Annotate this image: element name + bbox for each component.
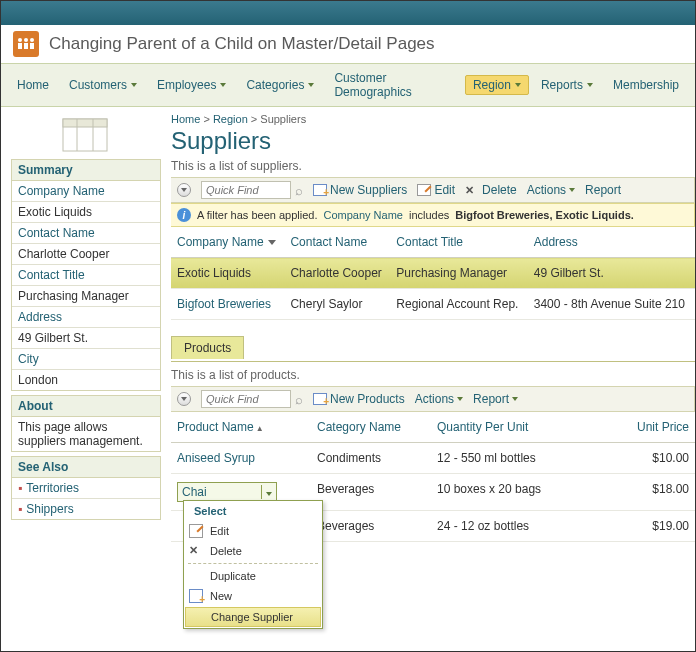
report-label: Report (585, 183, 621, 197)
summary-label[interactable]: Address (12, 307, 160, 328)
svg-point-3 (18, 38, 22, 42)
edit-label: Edit (434, 183, 455, 197)
delete-icon (465, 183, 479, 197)
filter-values: Bigfoot Breweries, Exotic Liquids. (455, 209, 633, 221)
new-products-label: New Products (330, 392, 405, 406)
svg-rect-1 (24, 43, 28, 49)
actions-dropdown[interactable]: Actions (527, 183, 575, 197)
search-icon[interactable] (295, 183, 303, 198)
view-dropdown-icon[interactable] (177, 392, 191, 406)
report-label: Report (473, 392, 509, 406)
cell-qty: 24 - 12 oz bottles (431, 511, 615, 542)
summary-value: Exotic Liquids (12, 202, 160, 223)
new-icon (313, 184, 327, 196)
summary-box: Summary Company Name Exotic Liquids Cont… (11, 159, 161, 391)
col-title[interactable]: Contact Title (390, 227, 527, 258)
quickfind-wrap (201, 390, 303, 408)
col-company[interactable]: Company Name (171, 227, 284, 258)
sidebar: Summary Company Name Exotic Liquids Cont… (1, 107, 161, 558)
cell-contact: Cheryl Saylor (284, 289, 390, 320)
view-dropdown-icon[interactable] (177, 183, 191, 197)
breadcrumb-region[interactable]: Region (213, 113, 248, 125)
filter-includes: includes (409, 209, 449, 221)
ctx-change-supplier[interactable]: Change Supplier (185, 607, 321, 627)
menu-categories[interactable]: Categories (238, 75, 322, 95)
table-row[interactable]: Bigfoot Breweries Cheryl Saylor Regional… (171, 289, 695, 320)
breadcrumb-home[interactable]: Home (171, 113, 200, 125)
page-heading: Suppliers (171, 127, 695, 155)
products-report-dropdown[interactable]: Report (473, 392, 518, 406)
company-link[interactable]: Bigfoot Breweries (177, 297, 271, 311)
seealso-link: Territories (26, 481, 79, 495)
table-row[interactable]: Aniseed Syrup Condiments 12 - 550 ml bot… (171, 443, 695, 474)
delete-label: Delete (482, 183, 517, 197)
summary-label[interactable]: Company Name (12, 181, 160, 202)
ctx-duplicate[interactable]: Duplicate (184, 566, 322, 586)
menu-customer-demographics[interactable]: Customer Demographics (326, 68, 460, 102)
ctx-delete[interactable]: Delete (184, 541, 322, 561)
report-dropdown[interactable]: Report (585, 183, 621, 197)
ctx-select[interactable]: Select (184, 501, 322, 521)
bullet-icon: ▪ (18, 481, 22, 495)
cell-contact: Charlotte Cooper (284, 258, 390, 289)
menu-reports[interactable]: Reports (533, 75, 601, 95)
col-address[interactable]: Address (528, 227, 695, 258)
menu-home[interactable]: Home (9, 75, 57, 95)
col-product[interactable]: Product Name (171, 412, 311, 443)
summary-value: 49 Gilbert St. (12, 328, 160, 349)
edit-icon (189, 524, 203, 538)
cell-price: $10.00 (615, 443, 695, 474)
context-menu: Select Edit Delete Duplicate New Change … (183, 500, 323, 629)
col-category[interactable]: Category Name (311, 412, 431, 443)
summary-label[interactable]: Contact Name (12, 223, 160, 244)
filter-field[interactable]: Company Name (323, 209, 402, 221)
quickfind-wrap (201, 181, 303, 199)
search-icon[interactable] (295, 392, 303, 407)
col-price[interactable]: Unit Price (615, 412, 695, 443)
products-quickfind-input[interactable] (201, 390, 291, 408)
summary-label[interactable]: Contact Title (12, 265, 160, 286)
chevron-down-icon (261, 485, 272, 499)
cell-product: Aniseed Syrup (171, 443, 311, 474)
filter-prefix: A filter has been applied. (197, 209, 317, 221)
tab-products[interactable]: Products (171, 336, 244, 359)
product-dropdown[interactable]: Chai (177, 482, 277, 502)
new-suppliers-button[interactable]: New Suppliers (313, 183, 407, 197)
seealso-item[interactable]: ▪Territories (12, 478, 160, 499)
filter-bar: i A filter has been applied. Company Nam… (171, 203, 695, 227)
summary-label[interactable]: City (12, 349, 160, 370)
main-menu: Home Customers Employees Categories Cust… (1, 63, 695, 107)
col-contact[interactable]: Contact Name (284, 227, 390, 258)
chevron-down-icon (308, 83, 314, 87)
ctx-new[interactable]: New (184, 586, 322, 606)
col-qty[interactable]: Quantity Per Unit (431, 412, 615, 443)
products-actions-dropdown[interactable]: Actions (415, 392, 463, 406)
seealso-link: Shippers (26, 502, 73, 516)
col-product-label: Product Name (177, 420, 254, 434)
cell-qty: 12 - 550 ml bottles (431, 443, 615, 474)
chevron-down-icon (131, 83, 137, 87)
actions-label: Actions (527, 183, 566, 197)
product-dropdown-value: Chai (182, 485, 207, 499)
menu-employees[interactable]: Employees (149, 75, 234, 95)
seealso-box: See Also ▪Territories ▪Shippers (11, 456, 161, 520)
ctx-delete-label: Delete (210, 545, 242, 557)
product-link[interactable]: Aniseed Syrup (177, 451, 255, 465)
col-company-label: Company Name (177, 235, 264, 249)
edit-button[interactable]: Edit (417, 183, 455, 197)
menu-membership[interactable]: Membership (605, 75, 687, 95)
menu-customers[interactable]: Customers (61, 75, 145, 95)
suppliers-quickfind-input[interactable] (201, 181, 291, 199)
new-products-button[interactable]: New Products (313, 392, 405, 406)
delete-button[interactable]: Delete (465, 183, 517, 197)
menu-region-label: Region (473, 78, 511, 92)
cell-company: Exotic Liquids (171, 258, 284, 289)
svg-rect-2 (30, 43, 34, 49)
table-row[interactable]: Exotic Liquids Charlotte Cooper Purchasi… (171, 258, 695, 289)
menu-reports-label: Reports (541, 78, 583, 92)
chevron-down-icon (569, 188, 575, 192)
menu-region[interactable]: Region (465, 75, 529, 95)
ctx-edit[interactable]: Edit (184, 521, 322, 541)
seealso-item[interactable]: ▪Shippers (12, 499, 160, 519)
ctx-edit-label: Edit (210, 525, 229, 537)
